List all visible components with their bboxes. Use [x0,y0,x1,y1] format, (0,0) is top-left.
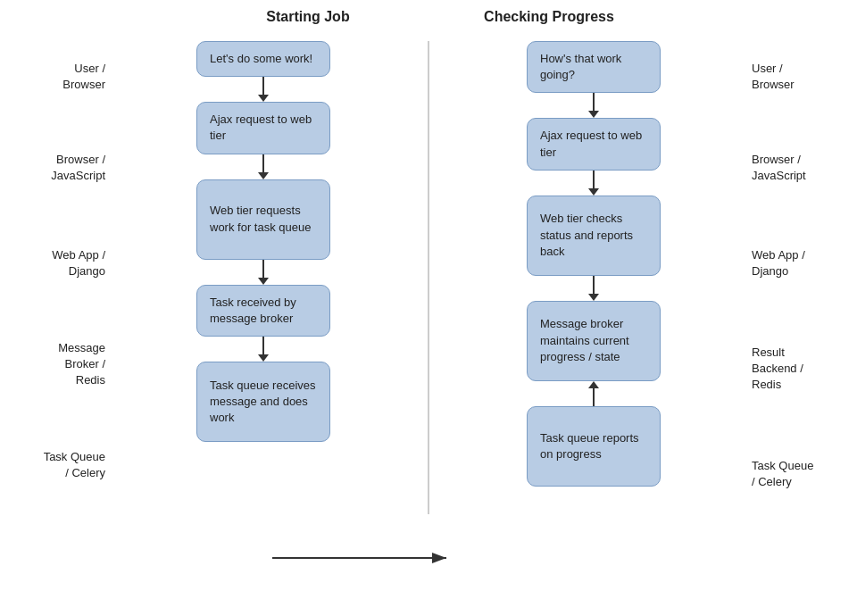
right-box-5: Task queue reports on progress [527,406,661,487]
left-labels: User /Browser Browser /JavaScript Web Ap… [18,41,116,514]
right-arrow-2 [588,171,599,196]
right-label-row4: ResultBackend /Redis [752,329,803,409]
right-label-row5: Task Queue/ Celery [752,434,813,514]
right-label-row2: Browser /JavaScript [752,137,806,198]
right-label-row3: Web App /Django [752,223,805,304]
right-label-row1: User /Browser [752,41,795,112]
left-box-1: Let's do some work! [196,41,330,77]
left-label-row3: Web App /Django [52,223,105,304]
left-flow-column: Let's do some work! Ajax request to web … [116,41,411,514]
columns-header: Starting Job Checking Progress [18,9,839,25]
diagram-container: Starting Job Checking Progress User /Bro… [0,0,857,616]
right-column-header: Checking Progress [446,9,652,25]
right-arrow-3 [588,276,599,301]
right-box-4: Message broker maintains current progres… [527,301,661,381]
left-label-row5: Task Queue/ Celery [44,425,105,505]
column-divider [411,41,446,514]
left-label-row2: Browser /JavaScript [51,137,105,198]
left-label-row1: User /Browser [62,41,105,112]
left-box-5: Task queue receives message and does wor… [196,362,330,442]
left-box-3: Web tier requests work for task queue [196,179,330,260]
right-arrow-up-4 [588,381,599,406]
flows-area: Let's do some work! Ajax request to web … [116,41,741,514]
right-labels: User /Browser Browser /JavaScript Web Ap… [741,41,839,514]
left-box-4: Task received by message broker [196,285,330,337]
left-arrow-1 [258,77,269,102]
left-arrow-2 [258,154,269,179]
left-arrow-3 [258,260,269,285]
left-label-row4: MessageBroker /Redis [58,329,105,400]
left-column-header: Starting Job [205,9,411,25]
right-flow-column: How's that work going? Ajax request to w… [446,41,741,514]
right-arrow-1 [588,93,599,118]
right-box-3: Web tier checks status and reports back [527,196,661,276]
left-box-2: Ajax request to web tier [196,102,330,154]
right-box-1: How's that work going? [527,41,661,93]
left-arrow-4 [258,337,269,362]
right-box-2: Ajax request to web tier [527,118,661,170]
